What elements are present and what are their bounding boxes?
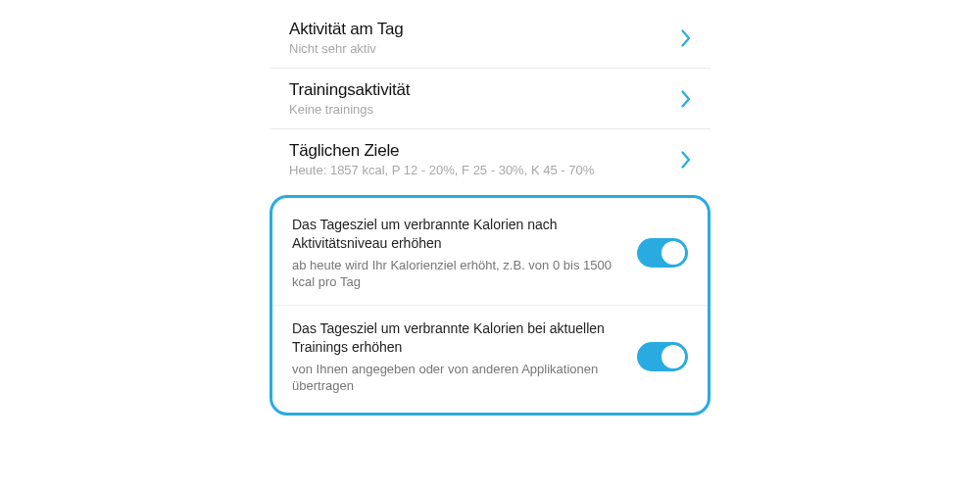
toggle-item-current-training: Das Tagesziel um verbrannte Kalorien bei… (272, 305, 708, 409)
toggle-knob (662, 345, 685, 368)
list-item-subtitle: Keine trainings (289, 102, 669, 117)
list-item-training-activity[interactable]: Trainingsaktivität Keine trainings (270, 69, 710, 129)
list-item-title: Täglichen Ziele (289, 141, 669, 161)
list-item-content: Aktivität am Tag Nicht sehr aktiv (289, 20, 669, 56)
list-item-activity-day[interactable]: Aktivität am Tag Nicht sehr aktiv (270, 8, 710, 69)
toggle-desc: ab heute wird Ihr Kalorienziel erhöht, z… (292, 257, 617, 291)
list-item-content: Trainingsaktivität Keine trainings (289, 80, 669, 117)
toggle-switch-activity-level[interactable] (637, 238, 688, 268)
list-item-title: Aktivität am Tag (289, 20, 669, 39)
settings-list: Aktivität am Tag Nicht sehr aktiv Traini… (270, 8, 710, 490)
toggle-title: Das Tagesziel um verbrannte Kalorien nac… (292, 216, 617, 253)
toggle-content: Das Tagesziel um verbrannte Kalorien bei… (292, 319, 637, 395)
highlight-box: Das Tagesziel um verbrannte Kalorien nac… (270, 195, 710, 416)
list-item-subtitle: Nicht sehr aktiv (289, 41, 669, 56)
toggle-title: Das Tagesziel um verbrannte Kalorien bei… (292, 319, 617, 357)
chevron-right-icon (681, 29, 691, 47)
list-item-daily-goals[interactable]: Täglichen Ziele Heute: 1857 kcal, P 12 -… (270, 129, 710, 189)
chevron-right-icon (681, 90, 691, 108)
chevron-right-icon (681, 151, 691, 169)
toggle-knob (662, 241, 685, 265)
list-item-title: Trainingsaktivität (289, 80, 669, 100)
toggle-switch-current-training[interactable] (637, 342, 688, 371)
toggle-content: Das Tagesziel um verbrannte Kalorien nac… (292, 216, 637, 291)
list-item-content: Täglichen Ziele Heute: 1857 kcal, P 12 -… (289, 141, 669, 177)
toggle-item-activity-level: Das Tagesziel um verbrannte Kalorien nac… (272, 202, 708, 305)
toggle-desc: von Ihnen angegeben oder von anderen App… (292, 361, 617, 395)
list-item-subtitle: Heute: 1857 kcal, P 12 - 20%, F 25 - 30%… (289, 163, 669, 177)
